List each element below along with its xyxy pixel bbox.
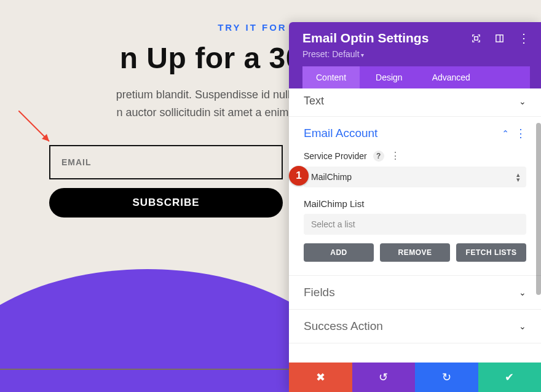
section-email-account-header[interactable]: Email Account ⌄ ⋮ xyxy=(289,117,541,150)
expand-icon[interactable] xyxy=(471,33,481,43)
mailchimp-list-label: MailChimp List xyxy=(304,198,526,209)
annotation-arrow-icon xyxy=(18,111,61,154)
section-email-account: Email Account ⌄ ⋮ Service Provider ? ⋮ M… xyxy=(289,117,541,276)
fetch-lists-button[interactable]: FETCH LISTS xyxy=(456,243,526,262)
optin-form: SUBSCRIBE xyxy=(49,145,283,218)
email-field[interactable] xyxy=(49,145,283,179)
svg-rect-2 xyxy=(474,36,478,40)
chevron-down-icon: ⌄ xyxy=(519,96,526,106)
redo-icon: ↻ xyxy=(442,370,451,384)
section-email-account-title: Email Account xyxy=(304,127,502,140)
chevron-down-icon: ⌄ xyxy=(519,288,526,297)
redo-button[interactable]: ↻ xyxy=(415,363,478,392)
mailchimp-list-select[interactable]: Select a list xyxy=(304,214,526,235)
panel-menu-icon[interactable]: ⋮ xyxy=(518,34,530,42)
add-button[interactable]: ADD xyxy=(304,243,374,262)
settings-panel: Email Optin Settings ⋮ Preset: Default C… xyxy=(289,22,541,392)
chevron-down-icon: ⌄ xyxy=(519,321,526,331)
section-success-action[interactable]: Success Action ⌄ xyxy=(289,310,541,343)
panel-tabs: Content Design Advanced xyxy=(302,66,530,88)
help-icon[interactable]: ? xyxy=(373,151,384,162)
panel-footer: ✖ ↺ ↻ ✔ xyxy=(289,363,541,392)
field-menu-icon[interactable]: ⋮ xyxy=(390,150,400,162)
panel-header: Email Optin Settings ⋮ Preset: Default C… xyxy=(289,22,541,88)
scrollbar[interactable] xyxy=(536,123,541,295)
mailchimp-list-placeholder: Select a list xyxy=(311,219,355,229)
remove-button[interactable]: REMOVE xyxy=(380,243,450,262)
section-success-action-title: Success Action xyxy=(304,319,519,333)
service-provider-label: Service Provider xyxy=(304,151,367,161)
callout-badge-1: 1 xyxy=(289,166,309,186)
close-button[interactable]: ✖ xyxy=(289,363,352,392)
undo-icon: ↺ xyxy=(379,370,388,384)
service-provider-value: MailChimp xyxy=(311,172,352,182)
panel-title: Email Optin Settings xyxy=(302,31,471,45)
tab-design[interactable]: Design xyxy=(362,66,416,88)
section-fields-title: Fields xyxy=(304,286,519,299)
section-text-title: Text xyxy=(304,95,519,108)
close-icon: ✖ xyxy=(316,370,325,384)
section-fields[interactable]: Fields ⌄ xyxy=(289,276,541,310)
check-icon: ✔ xyxy=(505,370,514,384)
save-button[interactable]: ✔ xyxy=(478,363,542,392)
preset-selector[interactable]: Preset: Default xyxy=(302,49,530,59)
tab-advanced[interactable]: Advanced xyxy=(419,66,484,88)
service-provider-select[interactable]: MailChimp ▴▾ xyxy=(304,167,526,187)
decorative-line xyxy=(0,369,295,370)
select-caret-icon: ▴▾ xyxy=(516,172,520,182)
undo-button[interactable]: ↺ xyxy=(352,363,416,392)
section-menu-icon[interactable]: ⋮ xyxy=(515,127,526,140)
section-text[interactable]: Text ⌄ xyxy=(289,88,541,117)
tab-content[interactable]: Content xyxy=(302,66,360,88)
subscribe-button[interactable]: SUBSCRIBE xyxy=(49,188,283,218)
chevron-up-icon: ⌄ xyxy=(502,128,509,138)
svg-rect-3 xyxy=(496,34,502,41)
layout-icon[interactable] xyxy=(494,33,504,43)
panel-body: Text ⌄ Email Account ⌄ ⋮ Service Provide… xyxy=(289,88,541,363)
